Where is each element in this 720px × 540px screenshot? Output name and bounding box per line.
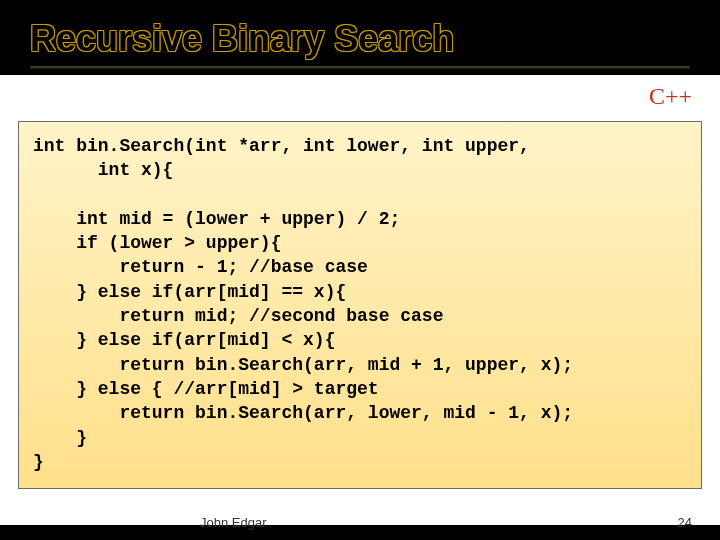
language-label: C++	[649, 83, 692, 110]
slide-title: Recursive Binary Search	[30, 18, 690, 60]
title-underline	[30, 66, 690, 69]
author-name: John Edgar	[200, 515, 267, 530]
slide-content: C++ int bin.Search(int *arr, int lower, …	[0, 75, 720, 525]
slide-header: Recursive Binary Search	[0, 0, 720, 75]
code-listing: int bin.Search(int *arr, int lower, int …	[33, 134, 687, 474]
code-box: int bin.Search(int *arr, int lower, int …	[18, 121, 702, 489]
page-number: 24	[678, 515, 692, 530]
